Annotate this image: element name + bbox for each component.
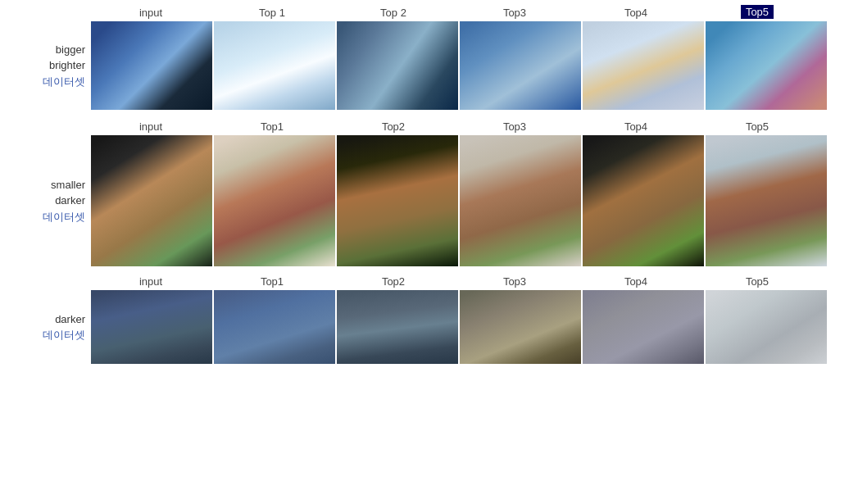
section1-header: input Top 1 Top 2 Top3 Top4 Top5 (8, 5, 850, 19)
col-header-input-3: input (90, 275, 211, 288)
col-header-top1-1: Top 1 (211, 7, 333, 19)
col-header-top5-2: Top5 (697, 120, 818, 133)
img-s2-top2 (337, 135, 458, 266)
img-s1-top2 (337, 21, 458, 110)
col-header-top4-3: Top4 (575, 275, 697, 288)
col-header-top2-3: Top2 (333, 275, 454, 288)
col-header-top2-2: Top2 (333, 120, 454, 133)
col-header-top4-1: Top4 (575, 7, 697, 19)
img-s2-top5 (706, 135, 827, 266)
col-header-top1-2: Top1 (211, 120, 333, 133)
col-header-top3-2: Top3 (454, 120, 575, 133)
label-bigger: bigger (8, 42, 85, 58)
col-header-top3-3: Top3 (454, 275, 575, 288)
img-s1-top5 (706, 21, 827, 110)
img-s3-top2 (337, 290, 458, 364)
img-s2-top4 (583, 135, 704, 266)
col-header-top5-1: Top5 (697, 5, 818, 19)
img-s2-input (91, 135, 212, 266)
section1-content-row: bigger brighter 데이터셋 (8, 20, 850, 111)
section2-labels: smaller darker 데이터셋 (8, 177, 90, 225)
section3-header: input Top1 Top2 Top3 Top4 Top5 (8, 275, 850, 288)
img-s3-top3 (460, 290, 581, 364)
label-darker-3: darker (8, 311, 85, 328)
label-dataset-3: 데이터셋 (8, 327, 85, 343)
label-dataset-2: 데이터셋 (8, 209, 85, 225)
img-s3-top5 (706, 290, 827, 364)
col-header-top2-1: Top 2 (333, 7, 454, 19)
section2-content-row: smaller darker 데이터셋 (8, 134, 850, 267)
col-header-top5-3: Top5 (697, 275, 818, 288)
col-header-top3-1: Top3 (454, 7, 575, 19)
section3-content-row: darker 데이터셋 (8, 289, 850, 365)
section1-labels: bigger brighter 데이터셋 (8, 42, 90, 90)
img-s2-top3 (460, 135, 581, 266)
img-s1-top4 (583, 21, 704, 110)
col-header-top4-2: Top4 (575, 120, 697, 133)
section-2: input Top1 Top2 Top3 Top4 Top5 smaller d… (8, 120, 850, 267)
section-3: input Top1 Top2 Top3 Top4 Top5 darker 데이… (8, 275, 850, 365)
col-header-input-1: input (90, 7, 211, 19)
img-s3-top1 (214, 290, 335, 364)
label-smaller: smaller (8, 177, 85, 193)
col-header-top1-3: Top1 (211, 275, 333, 288)
img-s1-top1 (214, 21, 335, 110)
img-s1-input (91, 21, 212, 110)
section3-labels: darker 데이터셋 (8, 311, 90, 343)
section2-header: input Top1 Top2 Top3 Top4 Top5 (8, 120, 850, 133)
label-dataset-1: 데이터셋 (8, 74, 85, 90)
main-container: input Top 1 Top 2 Top3 Top4 Top5 bigger … (0, 0, 858, 373)
img-s2-top1 (214, 135, 335, 266)
img-s1-top3 (460, 21, 581, 110)
gap-1 (8, 114, 850, 120)
img-s3-input (91, 290, 212, 364)
section-1: input Top 1 Top 2 Top3 Top4 Top5 bigger … (8, 5, 850, 111)
col-header-input-2: input (90, 120, 211, 133)
img-s3-top4 (583, 290, 704, 364)
label-darker-2: darker (8, 193, 85, 209)
label-brighter: brighter (8, 57, 85, 74)
